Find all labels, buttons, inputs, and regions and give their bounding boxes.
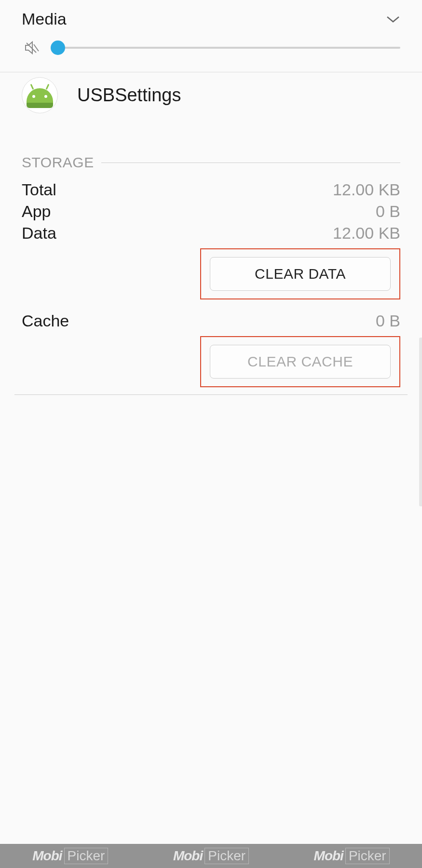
app-icon (22, 77, 58, 113)
watermark: Mobi Picker (173, 848, 249, 864)
storage-section: STORAGE Total 12.00 KB App 0 B Data 12.0… (0, 154, 422, 387)
section-title-storage: STORAGE (22, 154, 94, 171)
storage-label: Data (22, 224, 56, 243)
storage-row-data: Data 12.00 KB (22, 224, 400, 243)
volume-panel: Media (0, 0, 422, 72)
volume-title: Media (22, 10, 67, 28)
chevron-down-icon[interactable] (386, 12, 400, 27)
watermark-brand2: Picker (204, 848, 249, 864)
volume-slider-track (58, 47, 400, 49)
watermark-bar: Mobi Picker Mobi Picker Mobi Picker (0, 844, 422, 868)
storage-row-app: App 0 B (22, 202, 400, 221)
watermark-brand2: Picker (345, 848, 390, 864)
storage-label: App (22, 202, 51, 221)
watermark-brand2: Picker (64, 848, 109, 864)
svg-line-2 (27, 43, 36, 53)
storage-row-total: Total 12.00 KB (22, 180, 400, 199)
storage-label: Total (22, 180, 56, 199)
volume-slider-thumb[interactable] (51, 41, 65, 55)
watermark-brand1: Mobi (314, 848, 343, 864)
volume-slider[interactable] (58, 41, 400, 55)
storage-value: 12.00 KB (333, 224, 400, 243)
app-name: USBSettings (77, 85, 181, 106)
watermark-brand1: Mobi (32, 848, 62, 864)
clear-cache-button[interactable]: CLEAR CACHE (210, 345, 391, 379)
clear-data-button[interactable]: CLEAR DATA (210, 257, 391, 291)
svg-line-0 (34, 44, 39, 51)
storage-label: Cache (22, 312, 69, 330)
watermark-brand1: Mobi (173, 848, 203, 864)
watermark: Mobi Picker (32, 848, 108, 864)
highlight-clear-data: CLEAR DATA (200, 248, 400, 299)
watermark: Mobi Picker (314, 848, 390, 864)
highlight-clear-cache: CLEAR CACHE (200, 336, 400, 387)
storage-value: 0 B (376, 312, 400, 330)
storage-value: 0 B (376, 202, 400, 221)
storage-value: 12.00 KB (333, 180, 400, 199)
bottom-divider (14, 394, 408, 395)
storage-row-cache: Cache 0 B (22, 312, 400, 330)
app-header: USBSettings (0, 72, 422, 128)
volume-mute-icon[interactable] (22, 38, 41, 57)
scrollbar[interactable] (419, 338, 422, 506)
section-divider (101, 163, 400, 163)
